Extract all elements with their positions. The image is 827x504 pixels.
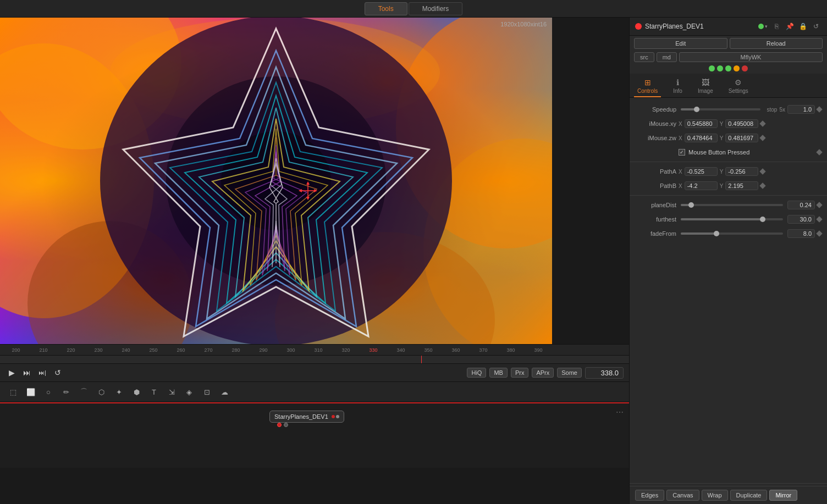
- pathb-y-value[interactable]: 2.195: [725, 181, 758, 190]
- tab-image[interactable]: 🖼 Image: [694, 76, 716, 97]
- fadefrom-value[interactable]: 8.0: [787, 229, 815, 238]
- controls-area: Speedup stop 5x 1.0 iMouse.xy X 0.545880…: [630, 98, 827, 481]
- fadefrom-slider[interactable]: [681, 232, 783, 235]
- planedist-keyframe[interactable]: [816, 202, 822, 208]
- grid-tool-btn[interactable]: ⊡: [199, 384, 214, 400]
- divider-1: [630, 162, 827, 162]
- imousezw-x-value[interactable]: 0.478464: [685, 134, 718, 142]
- end-button[interactable]: ⏭|: [36, 367, 48, 379]
- ruler-mark: 340: [387, 347, 415, 353]
- speedup-slider[interactable]: [681, 108, 760, 110]
- select-tool-btn[interactable]: ⬚: [5, 384, 21, 400]
- furthest-keyframe[interactable]: [816, 216, 822, 222]
- patha-y-value[interactable]: -0.256: [725, 167, 758, 176]
- planedist-slider[interactable]: [681, 204, 783, 206]
- text-tool-btn[interactable]: T: [146, 384, 162, 400]
- imousexy-x-value[interactable]: 0.545880: [685, 119, 718, 128]
- shape-tool-btn[interactable]: ◈: [181, 384, 197, 400]
- bezier-tool-btn[interactable]: ⌒: [76, 384, 91, 400]
- ruler-mark: 240: [112, 347, 140, 353]
- patha-keyframe[interactable]: [760, 168, 766, 174]
- status-dot-2: [717, 65, 723, 71]
- tools-tab[interactable]: Tools: [365, 2, 407, 15]
- imousezw-y-value[interactable]: 0.481697: [725, 134, 758, 142]
- copy-btn[interactable]: ⎘: [771, 21, 782, 32]
- patha-x-value[interactable]: -0.525: [685, 167, 718, 176]
- connector-dot-1[interactable]: [277, 423, 282, 427]
- imousexy-row: iMouse.xy X 0.545880 Y 0.495008: [630, 117, 827, 131]
- some-button[interactable]: Some: [557, 368, 582, 378]
- ruler-mark: 370: [470, 347, 497, 353]
- svg-marker-27: [299, 189, 302, 192]
- fadefrom-thumb: [714, 231, 719, 236]
- lock-btn[interactable]: 🔒: [797, 21, 808, 32]
- node-status-dropdown[interactable]: ▾: [758, 24, 768, 29]
- timeline-bar[interactable]: [0, 356, 629, 363]
- status-green-dot: [758, 24, 764, 29]
- five-x-label: 5x: [779, 107, 785, 113]
- planedist-thumb: [688, 202, 694, 208]
- pin-btn[interactable]: 📌: [784, 21, 795, 32]
- ruler-mark: 260: [167, 347, 195, 353]
- tab-settings[interactable]: ⚙ Settings: [725, 76, 752, 97]
- pen-tool-btn[interactable]: ✏: [58, 384, 74, 400]
- pathb-x-value[interactable]: -4.2: [685, 181, 718, 190]
- canvas-button[interactable]: Canvas: [666, 490, 699, 501]
- imousezw-y-label: Y: [720, 135, 724, 141]
- rect-tool-btn[interactable]: ⬜: [23, 384, 38, 400]
- reset-btn[interactable]: ↺: [811, 21, 822, 32]
- fadefrom-label: fadeFrom: [635, 230, 676, 237]
- node-graph-options[interactable]: ⋯: [616, 408, 624, 417]
- loop-button[interactable]: ↺: [52, 367, 64, 379]
- imousexy-x-label: X: [679, 121, 682, 127]
- step-forward-button[interactable]: ⏭: [21, 367, 33, 379]
- frame-display[interactable]: 338.0: [585, 367, 624, 379]
- mflywk-button[interactable]: MflyWK: [679, 52, 823, 62]
- node-connectors: [277, 423, 288, 427]
- canvas-area[interactable]: 1920x1080xint16: [0, 18, 552, 344]
- ruler-mark: 230: [85, 347, 112, 353]
- mouse-btn-keyframe[interactable]: [816, 149, 822, 155]
- cloud-tool-btn[interactable]: ☁: [217, 384, 232, 400]
- timeline-ruler: 200 210 220 230 240 250 260 270 280 290 …: [0, 345, 629, 356]
- pathb-keyframe[interactable]: [760, 182, 766, 189]
- imousexy-y-value[interactable]: 0.495008: [725, 119, 758, 128]
- modifiers-tab[interactable]: Modifiers: [409, 2, 463, 15]
- speedup-value[interactable]: 1.0: [787, 105, 815, 114]
- right-panel-header: StarryPlanes_DEV1 ▾ ⎘ 📌 🔒 ↺: [630, 18, 827, 36]
- transform-tool-btn[interactable]: ⇲: [164, 384, 179, 400]
- tab-info[interactable]: ℹ Info: [670, 76, 686, 97]
- furthest-slider[interactable]: [681, 218, 783, 220]
- mirror-button[interactable]: Mirror: [769, 490, 797, 501]
- reload-button[interactable]: Reload: [730, 38, 823, 49]
- edges-button[interactable]: Edges: [635, 490, 664, 501]
- tab-image-label: Image: [698, 88, 713, 94]
- planedist-value[interactable]: 0.24: [787, 201, 815, 209]
- fadefrom-keyframe[interactable]: [816, 230, 822, 236]
- tab-controls[interactable]: ⊞ Controls: [634, 76, 661, 97]
- poly-tool-btn[interactable]: ⬡: [93, 384, 109, 400]
- hex-tool-btn[interactable]: ⬢: [129, 384, 144, 400]
- aprx-button[interactable]: APrx: [532, 368, 554, 378]
- ruler-mark: 210: [30, 347, 57, 353]
- prx-button[interactable]: Prx: [511, 368, 529, 378]
- ruler-mark: 290: [250, 347, 277, 353]
- play-button[interactable]: ▶: [5, 367, 18, 379]
- connector-dot-2[interactable]: [284, 423, 288, 427]
- ellipse-tool-btn[interactable]: ○: [41, 384, 56, 400]
- star-tool-btn[interactable]: ✦: [111, 384, 126, 400]
- speedup-keyframe[interactable]: [816, 106, 822, 112]
- top-bar: Tools Modifiers: [0, 0, 827, 18]
- node-card[interactable]: StarryPlanes_DEV1: [269, 411, 344, 423]
- mouse-btn-checkbox[interactable]: ✓: [679, 149, 685, 156]
- md-button[interactable]: md: [657, 52, 677, 62]
- hiq-button[interactable]: HiQ: [467, 368, 486, 378]
- edit-button[interactable]: Edit: [634, 38, 727, 49]
- furthest-value[interactable]: 30.0: [787, 215, 815, 224]
- imousexy-keyframe[interactable]: [760, 120, 766, 126]
- mb-button[interactable]: MB: [489, 368, 508, 378]
- imousezw-keyframe[interactable]: [760, 135, 766, 141]
- duplicate-button[interactable]: Duplicate: [730, 490, 768, 501]
- src-button[interactable]: src: [634, 52, 654, 62]
- wrap-button[interactable]: Wrap: [702, 490, 728, 501]
